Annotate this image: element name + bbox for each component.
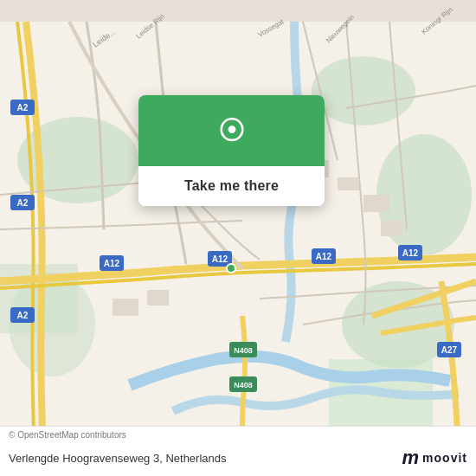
svg-text:N408: N408: [234, 381, 253, 389]
svg-rect-9: [147, 290, 169, 306]
copyright-text: © OpenStreetMap contributors: [9, 430, 126, 440]
location-pin-icon: [213, 114, 251, 152]
address-text: Verlengde Hoogravenseweg 3, Netherlands: [9, 452, 227, 465]
svg-point-42: [228, 125, 235, 133]
bottom-info-bar: © OpenStreetMap contributors Verlengde H…: [0, 426, 476, 476]
svg-point-39: [227, 264, 235, 273]
svg-text:A2: A2: [17, 103, 29, 113]
svg-text:A27: A27: [441, 345, 458, 355]
moovit-logo: m moovit: [402, 447, 467, 469]
svg-text:A12: A12: [316, 252, 332, 261]
svg-text:A12: A12: [212, 254, 228, 264]
svg-rect-12: [363, 195, 389, 212]
svg-text:N408: N408: [234, 346, 253, 355]
popup-card: Take me there: [138, 95, 325, 206]
popup-header: [138, 95, 325, 166]
moovit-m-letter: m: [402, 447, 420, 469]
svg-point-3: [376, 134, 472, 255]
svg-rect-11: [338, 177, 359, 190]
svg-text:A12: A12: [402, 248, 419, 258]
svg-rect-13: [381, 221, 402, 236]
svg-text:A2: A2: [17, 311, 29, 320]
address-row: Verlengde Hoogravenseweg 3, Netherlands …: [0, 441, 476, 476]
map-background: A2 A2 A2 A12 A12 A12 A12 N408 N408 A27 L…: [0, 0, 476, 476]
svg-text:A2: A2: [17, 198, 29, 208]
svg-text:A12: A12: [104, 259, 120, 268]
moovit-brand-text: moovit: [422, 451, 467, 465]
copyright-row: © OpenStreetMap contributors: [0, 426, 476, 441]
map-container: A2 A2 A2 A12 A12 A12 A12 N408 N408 A27 L…: [0, 0, 476, 476]
take-me-there-button[interactable]: Take me there: [138, 166, 325, 206]
svg-rect-8: [113, 299, 138, 316]
